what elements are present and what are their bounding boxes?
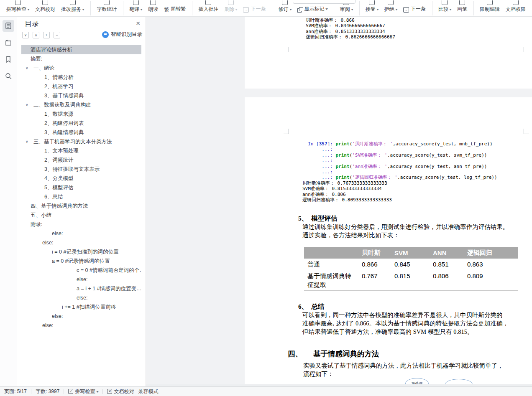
toc-item-label: 一、绪论 <box>33 65 54 71</box>
document-proofing-button[interactable]: 文档校对 <box>32 0 58 16</box>
toolbar-button-label: 文档权限 <box>506 6 526 13</box>
text-line: 准确率最高, 达到了 0.866。本以为基于情感词典的特征提取方法会更加准确， <box>302 319 523 327</box>
toc-item[interactable]: 五、小结 <box>21 211 141 220</box>
code-segment: ...: <box>302 175 335 180</box>
next-change-button[interactable]: →下一条 <box>400 0 429 16</box>
toc-item[interactable]: 酒店评论情感分析 <box>21 45 141 54</box>
toc-item[interactable]: i = 0 #记录扫描到的词的位置 <box>21 247 141 256</box>
toc-item[interactable]: 3、构建情感词典 <box>21 128 141 137</box>
toc-controls: ∨∧+− <box>22 32 60 38</box>
code-segment: print <box>335 164 349 169</box>
ink-pen-button[interactable]: 画笔 <box>454 0 470 16</box>
toolbar-search-box[interactable] <box>293 0 356 4</box>
collapse-all-button[interactable]: ∨ <box>22 32 29 38</box>
close-icon[interactable]: ✕ <box>136 20 141 27</box>
toc-item[interactable]: 4、分类模型 <box>21 174 141 183</box>
chevron-down-icon[interactable]: ∨ <box>26 100 28 109</box>
toc-item[interactable]: a = 0 #记录情感词的位置 <box>21 256 141 266</box>
chapter-title: 基于情感词典的方法 <box>313 349 379 359</box>
word-count-button[interactable]: 字数统计 <box>94 0 120 16</box>
toc-item[interactable]: ∨二、数据获取及词典构建 <box>21 100 141 109</box>
translate-button[interactable]: 翻译▾ <box>126 0 145 16</box>
toc-item-label: a = i + 1 #情感词的位置变… <box>77 286 141 292</box>
track-changes-button[interactable]: 修订▾ <box>276 0 294 16</box>
toc-item[interactable]: ∨一、绪论 <box>21 63 141 73</box>
toolbar-button-label: 拼写检查 <box>6 6 26 13</box>
toc-item[interactable]: a = i + 1 #情感词的位置变… <box>21 284 141 293</box>
simplified-to-traditional-button[interactable]: 繁简转繁 <box>161 0 189 16</box>
toolbar-button-label: 字数统计 <box>97 6 117 13</box>
table-header-cell: 逻辑回归 <box>464 247 518 259</box>
spellcheck-icon <box>15 0 21 5</box>
spellcheck-button[interactable]: 拼写检查▾ <box>3 0 32 16</box>
next-change-icon: → <box>403 7 409 13</box>
toc-item[interactable]: 四、基于情感词典的方法 <box>21 201 141 211</box>
chevron-down-icon: ▾ <box>289 8 292 11</box>
toc-item[interactable]: 1、情感分析 <box>21 73 141 82</box>
compare-button[interactable]: 比较▾ <box>435 0 454 16</box>
document-permission-button[interactable]: 文档权限 <box>503 0 529 16</box>
toc-item[interactable]: 5、模型评估 <box>21 183 141 192</box>
code-segment: ...: <box>302 152 335 158</box>
toc-item[interactable]: else: <box>21 293 141 302</box>
toc-item[interactable]: else: <box>21 229 141 238</box>
zoom-in-button[interactable]: + <box>43 32 50 38</box>
toc-item[interactable]: 1、文本预处理 <box>21 146 141 155</box>
read-aloud-button[interactable]: 朗读 <box>145 0 161 16</box>
toc-item[interactable]: 摘要: <box>21 54 141 63</box>
expand-all-button[interactable]: ∧ <box>33 32 39 38</box>
toolbar-group: 字数统计 <box>90 0 123 16</box>
console-output-block: 贝叶斯准确率： 0.866SVM准确率： 0.8446666666666667a… <box>306 18 395 40</box>
correction-service-button[interactable]: 批改服务▾ <box>58 0 87 16</box>
next-comment-icon: → <box>243 7 249 13</box>
toc-item[interactable]: 3、特征提取与文本表示 <box>21 165 141 174</box>
toc-item[interactable]: else: <box>21 321 141 330</box>
code-line: ...: print('逻辑回归准确率： ',accuracy_score(y_… <box>302 175 497 180</box>
toc-item-label: 3、基于情感词典 <box>44 93 84 99</box>
toc-item[interactable]: 6、总结 <box>21 192 141 201</box>
restrict-editing-button[interactable]: 限制编辑 <box>477 0 503 16</box>
toc-item[interactable]: else: <box>21 312 141 321</box>
toc-item[interactable]: i += 1 #扫描词位置前移 <box>21 302 141 312</box>
toc-item[interactable]: 1、数据来源 <box>21 109 141 119</box>
spellcheck-toggle[interactable]: ✓ 拼写检查 ▾ <box>68 388 98 395</box>
toc-item[interactable]: 2、机器学习 <box>21 82 141 91</box>
smart-toc-button[interactable]: 智能识别目录 <box>102 31 142 38</box>
document-page-5: In [357]: print('贝叶斯准确率： ',accuracy_scor… <box>245 97 532 386</box>
chapter-navigation-button[interactable] <box>3 37 14 48</box>
toc-item[interactable]: ∨三、基于机器学习的文本分类方法 <box>21 137 141 146</box>
toc-item[interactable]: 附录: <box>21 220 141 229</box>
reject-change-button[interactable]: 拒绝▾ <box>381 0 400 16</box>
toc-item[interactable]: 3、基于情感词典 <box>21 91 141 100</box>
toc-item[interactable]: else: <box>21 275 141 284</box>
toc-item[interactable]: 2、构建停用词表 <box>21 119 141 128</box>
table-row-label: 普通 <box>304 259 358 270</box>
accept-change-button[interactable]: 接受▾ <box>363 0 381 16</box>
toc-item[interactable]: c = 0 #情感词前否定词的个… <box>21 266 141 275</box>
proofing-toggle[interactable]: ✕ 文档校对 <box>107 388 134 395</box>
toc-item-label: 四、基于情感词典的方法 <box>31 203 88 209</box>
code-line: ...: print('SVM准确率： ',accuracy_score(y_t… <box>302 152 497 158</box>
bookmark-pane-button[interactable] <box>3 53 14 65</box>
search-pane-button[interactable] <box>3 70 14 82</box>
outline-pane-button[interactable] <box>3 20 14 32</box>
toc-item-label: a = 0 #记录情感词的位置 <box>52 258 110 264</box>
delete-comment-button[interactable]: 删除▾ <box>221 0 240 16</box>
table-header-cell: ANN <box>430 247 464 259</box>
read-aloud-icon <box>150 0 156 5</box>
text-line: ann准确率： 0.8513333333333334 <box>306 29 395 34</box>
chevron-down-icon[interactable]: ∨ <box>26 63 28 73</box>
document-permission-icon <box>513 0 519 5</box>
code-segment: In [ <box>302 141 319 147</box>
zoom-out-button[interactable]: − <box>54 32 60 38</box>
review-toolbar: 拼写检查▾文档校对批改服务▾字数统计翻译▾朗读繁简转繁插入批注删除▾→下一条修订… <box>0 0 532 17</box>
toc-item-label: else: <box>52 313 63 319</box>
toc-item-label: else: <box>42 322 53 328</box>
compatibility-mode-indicator[interactable]: 兼容模式 <box>138 388 158 395</box>
next-comment-button[interactable]: →下一条 <box>240 0 269 16</box>
toc-item[interactable]: 2、词频统计 <box>21 155 141 165</box>
toc-item-label: 2、机器学习 <box>44 84 73 89</box>
toc-item[interactable]: else: <box>21 238 141 247</box>
insert-comment-button[interactable]: 插入批注 <box>195 0 221 16</box>
chevron-down-icon[interactable]: ∨ <box>26 137 28 146</box>
